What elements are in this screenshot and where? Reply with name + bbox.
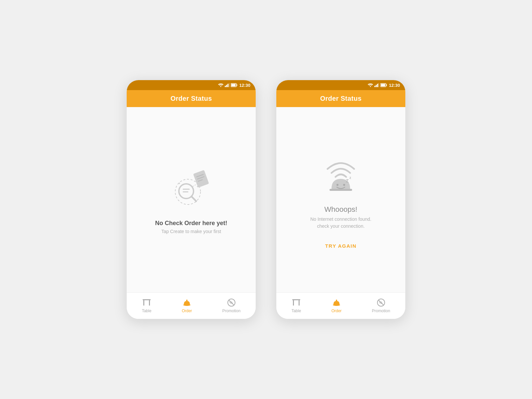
promotion-icon-2: % xyxy=(376,298,386,307)
svg-text:Z: Z xyxy=(346,178,349,184)
signal-icon-2 xyxy=(374,83,379,87)
bottom-nav-1: Table Order % xyxy=(127,292,256,319)
time-1: 12:30 xyxy=(239,83,250,88)
battery-icon xyxy=(231,83,237,87)
svg-rect-30 xyxy=(376,85,377,87)
order-label-1: Order xyxy=(182,309,192,313)
svg-rect-35 xyxy=(381,84,385,86)
svg-point-38 xyxy=(343,184,345,186)
empty-illustration: ✦ ✦ xyxy=(168,165,214,212)
svg-rect-36 xyxy=(330,189,352,191)
error-subtitle-line2: check your connection. xyxy=(317,223,364,229)
status-icons-1 xyxy=(218,83,237,87)
table-label-1: Table xyxy=(142,309,152,313)
nav-item-promotion-1[interactable]: % Promotion xyxy=(222,298,241,313)
time-2: 12:30 xyxy=(389,83,400,88)
app-header-1: Order Status xyxy=(127,90,256,107)
try-again-button[interactable]: TRY AGAIN xyxy=(325,243,357,249)
svg-point-28 xyxy=(370,86,371,87)
table-icon-2 xyxy=(292,298,301,307)
wifi-icon-2 xyxy=(368,83,373,87)
phone-1: 12:30 Order Status ✦ xyxy=(126,80,256,319)
error-subtitle: No Internet connection found. check your… xyxy=(310,216,371,230)
svg-rect-29 xyxy=(374,86,375,87)
svg-rect-42 xyxy=(293,300,294,306)
empty-state-content: ✦ ✦ No Check Order here yet! Tap Create … xyxy=(127,107,256,292)
svg-rect-1 xyxy=(225,86,226,87)
order-icon-1 xyxy=(182,298,192,307)
svg-rect-32 xyxy=(378,83,379,87)
svg-rect-3 xyxy=(227,84,228,87)
header-title-2: Order Status xyxy=(320,95,362,102)
app-header-2: Order Status xyxy=(276,90,405,107)
battery-icon-2 xyxy=(380,83,387,87)
svg-rect-20 xyxy=(143,299,151,300)
wifi-icon xyxy=(218,83,223,87)
table-icon-1 xyxy=(142,298,151,307)
svg-point-0 xyxy=(220,86,221,87)
nav-item-table-1[interactable]: Table xyxy=(142,298,152,313)
empty-svg: ✦ ✦ xyxy=(168,165,214,212)
svg-point-37 xyxy=(336,184,338,186)
empty-subtitle: Tap Create to make your first xyxy=(161,229,221,234)
svg-rect-6 xyxy=(236,84,237,86)
nav-item-order-1[interactable]: Order xyxy=(182,298,192,313)
header-title-1: Order Status xyxy=(171,95,212,102)
svg-rect-41 xyxy=(292,299,300,300)
error-title: Whooops! xyxy=(324,205,357,214)
error-svg: Z z xyxy=(318,151,364,197)
svg-line-10 xyxy=(192,197,196,201)
nav-item-promotion-2[interactable]: % Promotion xyxy=(372,298,390,313)
svg-rect-24 xyxy=(186,300,188,301)
promotion-label-2: Promotion xyxy=(372,309,390,313)
svg-rect-31 xyxy=(377,84,378,87)
table-label-2: Table xyxy=(292,309,301,313)
svg-rect-4 xyxy=(229,83,229,87)
status-bar-2: 12:30 xyxy=(276,80,405,90)
svg-rect-43 xyxy=(299,300,300,306)
page-wrapper: 12:30 Order Status ✦ xyxy=(106,60,426,339)
error-subtitle-line1: No Internet connection found. xyxy=(310,216,371,222)
svg-rect-21 xyxy=(143,300,144,306)
promotion-label-1: Promotion xyxy=(222,309,241,313)
svg-rect-2 xyxy=(226,85,227,87)
svg-text:z: z xyxy=(349,176,351,180)
svg-text:✦: ✦ xyxy=(178,182,181,185)
svg-rect-34 xyxy=(386,84,387,86)
error-illustration: Z z xyxy=(318,151,364,197)
nav-item-table-2[interactable]: Table xyxy=(292,298,301,313)
status-bar-1: 12:30 xyxy=(127,80,256,90)
signal-icon xyxy=(225,83,229,87)
phone-2: 12:30 Order Status xyxy=(276,80,406,319)
svg-rect-22 xyxy=(149,300,150,306)
bottom-nav-2: Table Order % xyxy=(276,292,405,319)
order-icon-2 xyxy=(332,298,341,307)
status-icons-2 xyxy=(368,83,387,87)
svg-rect-45 xyxy=(336,300,337,301)
promotion-icon-1: % xyxy=(227,298,236,307)
empty-title: No Check Order here yet! xyxy=(155,220,227,227)
nav-item-order-2[interactable]: Order xyxy=(332,298,342,313)
order-label-2: Order xyxy=(332,309,342,313)
svg-rect-7 xyxy=(231,84,235,86)
error-state-content: Z z Whooops! No Internet connection foun… xyxy=(276,107,405,292)
